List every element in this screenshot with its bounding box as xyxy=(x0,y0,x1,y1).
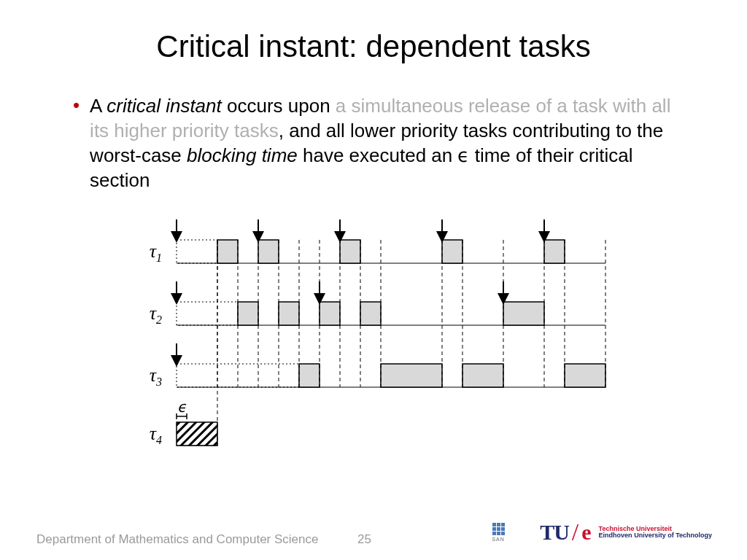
slide: Critical instant: dependent tasks • A cr… xyxy=(0,0,747,560)
svg-rect-19 xyxy=(279,302,299,325)
svg-rect-8 xyxy=(442,240,462,263)
svg-text:τ1: τ1 xyxy=(150,241,162,264)
svg-rect-32 xyxy=(565,364,605,387)
tue-text: Technische Universiteit Eindhoven Univer… xyxy=(599,526,712,539)
svg-rect-18 xyxy=(238,302,258,325)
bullet-item: • A critical instant occurs upon a simul… xyxy=(73,93,674,192)
bullet-marker: • xyxy=(73,93,80,117)
svg-rect-6 xyxy=(258,240,279,263)
svg-rect-9 xyxy=(544,240,565,263)
svg-rect-36 xyxy=(177,422,217,446)
tue-slash: / xyxy=(572,518,578,546)
text-critical-instant: critical instant xyxy=(107,95,222,117)
svg-rect-4 xyxy=(177,240,217,263)
slide-title: Critical instant: dependent tasks xyxy=(36,29,711,64)
text-a: A xyxy=(90,95,107,117)
slide-body: • A critical instant occurs upon a simul… xyxy=(36,93,711,462)
svg-rect-20 xyxy=(320,302,340,325)
san-logo: SAN xyxy=(486,518,511,547)
bullet-text: A critical instant occurs upon a simulta… xyxy=(90,93,674,192)
text-blocking-time: blocking time xyxy=(187,144,298,166)
svg-rect-29 xyxy=(299,364,320,387)
gantt-svg: τ1τ2τ3τ4ϵ xyxy=(125,211,622,459)
svg-rect-21 xyxy=(360,302,381,325)
scheduling-diagram: τ1τ2τ3τ4ϵ xyxy=(125,211,622,462)
svg-rect-31 xyxy=(462,364,503,387)
svg-rect-17 xyxy=(177,302,238,325)
footer-logos: SAN TU/e Technische Universiteit Eindhov… xyxy=(486,518,712,547)
slide-footer: Department of Mathematics and Computer S… xyxy=(0,532,747,547)
svg-rect-30 xyxy=(381,364,442,387)
tue-logo: TU/e Technische Universiteit Eindhoven U… xyxy=(540,518,712,546)
footer-department: Department of Mathematics and Computer S… xyxy=(36,532,318,547)
san-text: SAN xyxy=(492,537,504,542)
tue-e: e xyxy=(581,520,591,545)
svg-text:τ4: τ4 xyxy=(150,423,162,446)
svg-text:τ2: τ2 xyxy=(150,303,162,326)
san-grid-icon xyxy=(492,523,505,535)
svg-text:τ3: τ3 xyxy=(150,365,162,388)
svg-rect-7 xyxy=(340,240,360,263)
footer-page-number: 25 xyxy=(357,532,371,547)
text-occurs: occurs upon xyxy=(222,95,336,117)
svg-rect-22 xyxy=(503,302,544,325)
tue-tu: TU xyxy=(540,520,569,545)
svg-text:ϵ: ϵ xyxy=(177,399,187,415)
tue-line2: Eindhoven University of Technology xyxy=(599,532,712,539)
svg-rect-5 xyxy=(217,240,238,263)
